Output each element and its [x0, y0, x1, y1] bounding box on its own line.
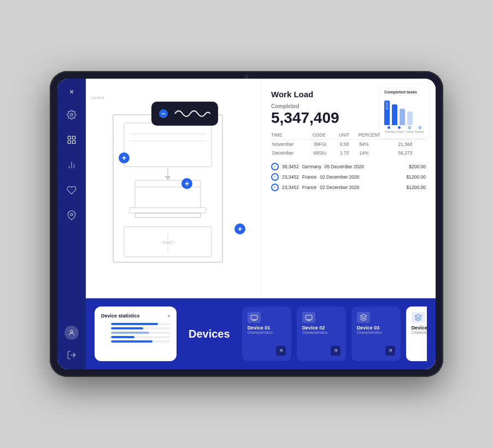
- chart-labels: Germany Spain France Norway: [384, 130, 425, 133]
- svg-rect-27: [251, 315, 257, 320]
- device-arrow-01[interactable]: [276, 346, 286, 356]
- chart-dots: [384, 126, 425, 129]
- device-card-name-02: Device 02: [302, 325, 341, 331]
- svg-rect-3: [68, 141, 71, 144]
- sidebar-bottom: [64, 326, 79, 363]
- user-avatar[interactable]: [64, 326, 79, 340]
- transaction-date: 02 December 2020: [320, 174, 359, 180]
- check-icon: [271, 184, 279, 191]
- bar-fill: [111, 332, 149, 334]
- transaction-amount: $1200.00: [407, 185, 426, 190]
- col-unit: UNIT: [339, 132, 359, 140]
- svg-marker-19: [165, 176, 171, 180]
- add-button-1[interactable]: +: [119, 152, 130, 163]
- device-cards: Device 01 Characteristics: [242, 306, 427, 361]
- diagram-area: LASER: [86, 79, 261, 298]
- transaction-id: 23,3452: [282, 174, 299, 180]
- check-icon: [271, 173, 279, 181]
- add-button-3[interactable]: +: [234, 223, 245, 234]
- sidebar-item-location[interactable]: [64, 208, 79, 223]
- svg-rect-16: [130, 208, 206, 213]
- transactions-list: 38,3452 Germany 05 December 2020 $200.00…: [271, 163, 426, 191]
- device-card-02[interactable]: Device 02 Characteristics: [297, 306, 346, 361]
- col-code: CODE: [312, 132, 338, 140]
- bar-col-spain: [392, 104, 397, 125]
- dot-spain: [398, 126, 401, 129]
- svg-point-8: [71, 213, 73, 216]
- tablet-screen: ×: [57, 79, 436, 369]
- svg-rect-12: [124, 123, 212, 167]
- card-title: Device statistics: [101, 313, 140, 319]
- dot-france: [408, 126, 411, 129]
- mini-bars: [101, 323, 170, 343]
- svg-rect-1: [68, 136, 71, 139]
- dropdown-button[interactable]: ▾: [168, 314, 170, 319]
- bar-track: [111, 323, 170, 325]
- bar-track: [111, 327, 170, 329]
- device-card-03[interactable]: Device 03 Characteristics: [351, 306, 401, 361]
- transaction-id: 23,3452: [282, 185, 299, 190]
- device-card-01[interactable]: Device 01 Characteristics: [242, 306, 291, 361]
- wave-chart: [172, 106, 210, 121]
- dot-norway: [419, 126, 421, 129]
- transaction-row: 23,3452 France 02 December 2020 $1200.00: [271, 173, 426, 181]
- sidebar: ×: [57, 79, 86, 369]
- svg-rect-2: [73, 136, 75, 139]
- bar-fill: [111, 327, 143, 329]
- device-stats-card: Device statistics ▾: [95, 306, 177, 361]
- transaction-date: 05 December 2020: [325, 164, 364, 169]
- card-header: Device statistics ▾: [101, 313, 170, 319]
- device-card-04[interactable]: Device 04 Characteristics: [406, 306, 427, 361]
- laser-label: LASER: [91, 96, 105, 99]
- chart-title: Completed tasks: [384, 90, 425, 95]
- bar-col-france: [400, 109, 405, 125]
- device-icon-01: [248, 312, 261, 323]
- sidebar-item-settings[interactable]: [64, 107, 79, 122]
- tooltip-minus-button[interactable]: −: [159, 109, 168, 118]
- transaction-row: 38,3452 Germany 05 December 2020 $200.00: [271, 163, 426, 170]
- dot-germany: [388, 126, 390, 129]
- bar-track: [111, 340, 170, 343]
- bar-track: [111, 332, 170, 334]
- mini-bar-row: [101, 336, 170, 338]
- bar-chart: 18,547: [384, 98, 425, 125]
- close-button[interactable]: ×: [65, 85, 78, 98]
- transaction-row: 23,3452 France 02 December 2020 $1200.00: [271, 184, 426, 191]
- device-card-sub-04: Characteristics: [412, 331, 427, 334]
- device-card-name-01: Device 01: [248, 325, 286, 331]
- svg-rect-4: [73, 141, 75, 144]
- mini-bar-row: [101, 340, 170, 343]
- bar-fill: [111, 336, 134, 338]
- svg-rect-31: [306, 315, 312, 320]
- top-section: LASER: [86, 79, 436, 298]
- device-tooltip: −: [151, 102, 218, 126]
- transaction-country: France: [302, 174, 316, 180]
- table-row: December 68StU 1.70 14% 56,273: [271, 149, 426, 157]
- device-arrow-02[interactable]: [331, 346, 341, 356]
- logout-icon[interactable]: [64, 347, 79, 363]
- sidebar-item-analytics[interactable]: [64, 157, 79, 173]
- bar-col-norway: [407, 111, 413, 125]
- workload-panel: Completed tasks 18,547: [261, 79, 436, 298]
- devices-label: Devices: [189, 328, 230, 340]
- device-arrow-03[interactable]: [385, 346, 395, 356]
- mini-bar-row: [101, 327, 170, 329]
- add-button-2[interactable]: +: [181, 178, 192, 189]
- bar-track: [111, 336, 170, 338]
- sidebar-nav: [64, 107, 79, 326]
- sidebar-item-favorites[interactable]: [64, 182, 79, 198]
- device-card-name-04: Device 04: [412, 325, 427, 331]
- main-content: LASER: [86, 79, 436, 369]
- svg-point-9: [71, 330, 73, 333]
- device-icon-03: [357, 312, 370, 323]
- device-card-sub-02: Characteristics: [302, 331, 341, 334]
- transaction-date: 02 December 2020: [320, 185, 359, 190]
- device-icon-04: [412, 312, 425, 323]
- table-row: November 39FGI 0.58 84% 21,568: [271, 140, 426, 149]
- device-icon-02: [302, 312, 315, 323]
- sidebar-item-dashboard[interactable]: [64, 132, 79, 148]
- transaction-country: France: [302, 185, 316, 190]
- transaction-amount: $200.00: [409, 164, 426, 169]
- svg-rect-17: [135, 213, 201, 217]
- col-time: TIME: [271, 132, 312, 140]
